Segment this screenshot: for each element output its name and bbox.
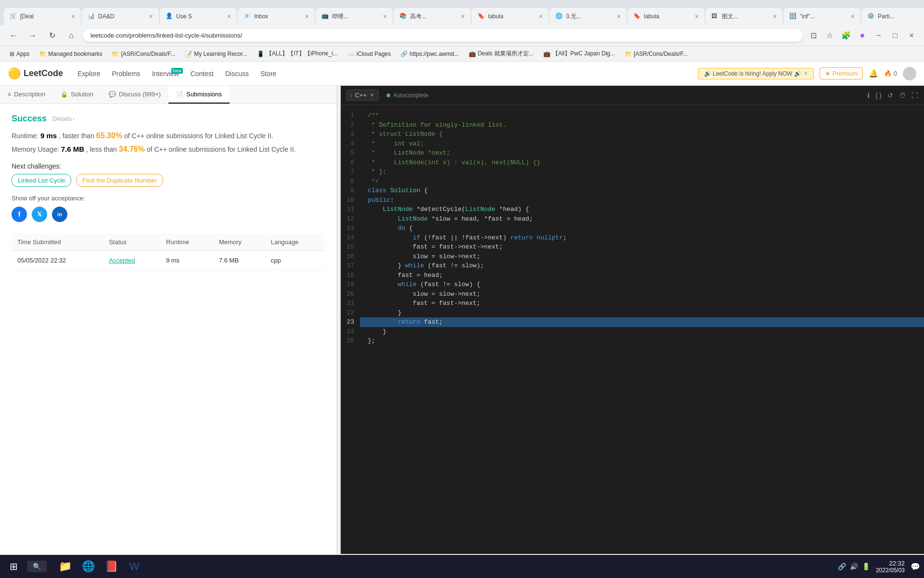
cell-time-0: 05/05/2022 22:32 bbox=[12, 251, 103, 270]
bookmark-button[interactable]: ☆ bbox=[823, 29, 836, 42]
nav-item-discuss[interactable]: Discuss bbox=[220, 67, 254, 80]
tab-description[interactable]: ≡ Description bbox=[0, 86, 53, 104]
nav-item-explore[interactable]: Explore bbox=[73, 67, 105, 80]
bookmark-item-0[interactable]: ⊞Apps bbox=[6, 50, 33, 58]
bookmark-item-2[interactable]: 📁[ASR/Cons/Deals/F... bbox=[108, 50, 179, 58]
taskbar-word[interactable]: W bbox=[124, 556, 145, 577]
cell-status-0[interactable]: Accepted bbox=[103, 251, 160, 270]
hiring-close[interactable]: × bbox=[804, 70, 808, 77]
tab-close-inbox[interactable]: × bbox=[305, 13, 309, 20]
tab-close-biying[interactable]: × bbox=[383, 13, 387, 20]
panel-divider[interactable]: ⋮ bbox=[337, 86, 341, 554]
address-input[interactable] bbox=[83, 29, 803, 42]
minimize-button[interactable]: − bbox=[872, 29, 886, 42]
bookmark-item-8[interactable]: 💼【All】PwC Japan Dig... bbox=[539, 49, 619, 59]
browser-tab-partition[interactable]: ⚙️ Parti... × bbox=[861, 8, 924, 25]
twitter-share-button[interactable]: 𝕏 bbox=[32, 207, 47, 222]
network-icon[interactable]: 🔗 bbox=[838, 563, 846, 570]
premium-button[interactable]: ★ Premium bbox=[820, 67, 863, 79]
lc-header-right: 🔊 LeetCode is hiring! Apply NOW 🔊 × ★ Pr… bbox=[698, 67, 916, 80]
tab-close-deals[interactable]: × bbox=[71, 13, 75, 20]
taskbar-clock[interactable]: 22:32 2022/05/03 bbox=[876, 560, 905, 574]
tab-favicon-wuji: 🌐 bbox=[555, 13, 563, 20]
memory-value: 7.6 MB bbox=[61, 145, 84, 153]
browser-tab-wuji[interactable]: 🌐 3.无... × bbox=[550, 8, 627, 25]
info-icon[interactable]: ℹ bbox=[867, 92, 870, 99]
tab-discuss[interactable]: 💬 Discuss (999+) bbox=[101, 86, 168, 104]
bookmark-item-9[interactable]: 📁[ASR/Cons/Deals/F... bbox=[621, 50, 692, 58]
back-button[interactable]: ← bbox=[6, 28, 21, 43]
facebook-share-button[interactable]: f bbox=[12, 207, 27, 222]
notification-icon[interactable]: 💬 bbox=[911, 562, 920, 571]
tab-close-user[interactable]: × bbox=[227, 13, 231, 20]
taskbar-file-explorer[interactable]: 📁 bbox=[54, 556, 76, 577]
browser-tab-labula1[interactable]: 🔖 labula × bbox=[472, 8, 549, 25]
taskbar-search-box[interactable]: 🔍 bbox=[27, 561, 47, 572]
browser-tab-fxys[interactable]: 🖼 图文... × bbox=[706, 8, 783, 25]
code-line-21: fast = fast->next; bbox=[360, 299, 924, 308]
start-button[interactable]: ⊞ bbox=[4, 557, 23, 576]
format-icon[interactable]: { } bbox=[875, 92, 882, 99]
cast-button[interactable]: ⊡ bbox=[807, 29, 820, 42]
linked-list-cycle-challenge[interactable]: Linked List Cycle bbox=[12, 174, 71, 187]
undo-icon[interactable]: ↺ bbox=[887, 92, 893, 99]
language-selector[interactable]: i C++ ▼ bbox=[346, 90, 379, 101]
bookmark-item-4[interactable]: 📱【ALL】【IT】【iPhone_i... bbox=[253, 49, 342, 59]
browser-tab-biying[interactable]: 📺 哔哩... × bbox=[316, 8, 393, 25]
tab-close-da[interactable]: × bbox=[149, 13, 153, 20]
browser-tab-inbox[interactable]: 📧 Inbox × bbox=[238, 8, 315, 25]
tab-title-labula2: labula bbox=[644, 13, 692, 20]
user-avatar[interactable] bbox=[903, 67, 916, 80]
taskbar-right-area: 🔗 🔊 🔋 22:32 2022/05/03 💬 bbox=[838, 560, 920, 574]
taskbar-acrobat[interactable]: 📕 bbox=[101, 556, 122, 577]
browser-tab-deals[interactable]: 🛒 [Deal × bbox=[4, 8, 81, 25]
lc-logo[interactable]: 🟡 LeetCode bbox=[8, 67, 63, 80]
tab-submissions[interactable]: 📄 Submissions bbox=[168, 86, 230, 104]
bookmark-label-4: 【ALL】【IT】【iPhone_i... bbox=[266, 50, 338, 58]
browser-tab-user[interactable]: 👤 Use S × bbox=[160, 8, 237, 25]
bookmark-favicon-3: 📝 bbox=[185, 51, 192, 57]
bookmark-item-3[interactable]: 📝My Learning Recor... bbox=[181, 50, 251, 58]
linkedin-share-button[interactable]: in bbox=[52, 207, 67, 222]
browser-tab-inf[interactable]: 🔢 "inf"... × bbox=[783, 8, 860, 25]
tab-close-fxys[interactable]: × bbox=[773, 13, 777, 20]
tab-close-inf[interactable]: × bbox=[851, 13, 855, 20]
settings-icon[interactable]: ⏱ bbox=[899, 92, 906, 99]
browser-tab-labula2[interactable]: 🔖 labula × bbox=[628, 8, 705, 25]
nav-item-contest[interactable]: Contest bbox=[186, 67, 218, 80]
browser-tab-da[interactable]: 📊 DA&D × bbox=[82, 8, 159, 25]
nav-item-interview[interactable]: InterviewNew bbox=[147, 67, 184, 80]
volume-icon[interactable]: 🔊 bbox=[850, 563, 858, 570]
bookmark-item-5[interactable]: ☁️iCloud Pages bbox=[344, 50, 395, 58]
tab-close-labula2[interactable]: × bbox=[695, 13, 699, 20]
details-link[interactable]: Details › bbox=[52, 115, 75, 122]
taskbar-chrome[interactable]: 🌐 bbox=[77, 556, 99, 577]
profile-button[interactable]: ● bbox=[856, 29, 869, 42]
hiring-banner[interactable]: 🔊 LeetCode is hiring! Apply NOW 🔊 × bbox=[698, 68, 814, 79]
bell-icon[interactable]: 🔔 bbox=[869, 69, 878, 78]
home-button[interactable]: ⌂ bbox=[64, 28, 79, 43]
close-browser-button[interactable]: × bbox=[905, 29, 918, 42]
nav-item-problems[interactable]: Problems bbox=[107, 67, 145, 80]
tab-title-biying: 哔哩... bbox=[332, 13, 380, 21]
tab-close-gaokao[interactable]: × bbox=[461, 13, 465, 20]
bookmark-item-6[interactable]: 🔗https://pwc.awmd... bbox=[397, 50, 463, 58]
battery-icon[interactable]: 🔋 bbox=[862, 563, 870, 570]
fullscreen-icon[interactable]: ⛶ bbox=[911, 92, 918, 99]
nav-item-store[interactable]: Store bbox=[256, 67, 281, 80]
maximize-button[interactable]: □ bbox=[888, 29, 902, 42]
bookmark-item-1[interactable]: 📁Managed bookmarks bbox=[35, 50, 106, 58]
find-duplicate-challenge[interactable]: Find the Duplicate Number bbox=[76, 174, 163, 187]
success-label[interactable]: Success bbox=[12, 114, 47, 124]
taskbar-apps-area: 📁 🌐 📕 W bbox=[54, 556, 145, 577]
tab-close-wuji[interactable]: × bbox=[617, 13, 621, 20]
forward-button[interactable]: → bbox=[25, 28, 40, 43]
tab-solution[interactable]: 🔒 Solution bbox=[53, 86, 101, 104]
browser-tab-gaokao[interactable]: 📚 高考... × bbox=[394, 8, 471, 25]
autocomplete-toggle[interactable]: Autocomplete bbox=[386, 92, 428, 99]
extension-button[interactable]: 🧩 bbox=[839, 29, 853, 42]
bookmark-item-7[interactable]: 💼Deals 就業場所才定... bbox=[465, 49, 538, 59]
refresh-button[interactable]: ↻ bbox=[44, 28, 60, 43]
tab-close-labula1[interactable]: × bbox=[539, 13, 543, 20]
code-editor-content[interactable]: 1234567891011121314151617181920212223242… bbox=[341, 105, 924, 554]
